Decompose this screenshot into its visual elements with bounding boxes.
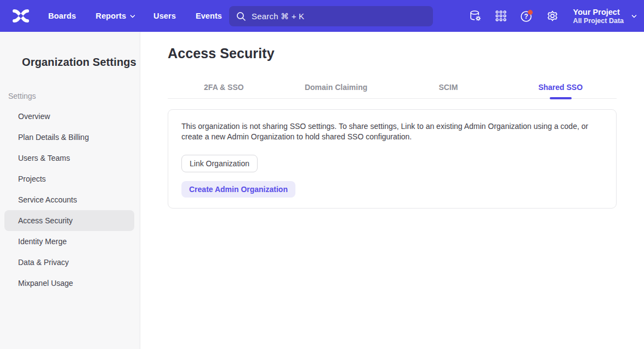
project-data-scope: All Project Data [573,17,624,25]
nav-boards[interactable]: Boards [48,12,76,20]
apps-grid-icon[interactable] [491,5,511,26]
link-organization-button[interactable]: Link Organization [181,155,258,172]
tab-shared-sso[interactable]: Shared SSO [504,76,617,98]
project-name: Your Project [573,7,624,17]
sidebar-item-identity-merge[interactable]: Identity Merge [4,231,134,252]
search-placeholder: Search ⌘ + K [252,12,304,21]
shared-sso-description: This organization is not sharing SSO set… [181,121,598,142]
create-admin-organization-button[interactable]: Create Admin Organization [181,181,295,198]
sidebar-menu: Overview Plan Details & Billing Users & … [0,106,140,294]
search-icon [236,12,246,21]
help-icon[interactable]: ? [516,5,537,26]
settings-sidebar: Organization Settings Settings Overview … [0,32,140,349]
shared-sso-card: This organization is not sharing SSO set… [168,109,617,209]
chevron-down-icon [631,13,637,18]
tab-scim[interactable]: SCIM [392,76,505,98]
project-switcher[interactable]: Your Project All Project Data [573,7,635,25]
sidebar-item-projects[interactable]: Projects [4,168,134,189]
data-management-icon[interactable] [465,5,486,26]
nav-users[interactable]: Users [153,12,176,20]
main-content: Access Security 2FA & SSO Domain Claimin… [140,32,644,349]
sidebar-item-overview[interactable]: Overview [4,106,134,127]
chevron-down-icon [130,13,135,18]
nav-events[interactable]: Events [196,12,222,20]
primary-nav-links: Boards Reports Users Events [48,12,222,20]
page-title: Access Security [168,46,617,61]
sidebar-item-mixpanel-usage[interactable]: Mixpanel Usage [4,273,134,294]
top-navigation: Boards Reports Users Events Search ⌘ + K [0,0,644,32]
search-input[interactable]: Search ⌘ + K [229,6,433,26]
svg-text:?: ? [524,13,528,20]
settings-gear-icon[interactable] [542,5,563,26]
sidebar-section-label: Settings [8,92,140,100]
nav-boards-label: Boards [48,12,76,20]
tab-domain-claiming[interactable]: Domain Claiming [280,76,392,98]
project-switcher-text: Your Project All Project Data [573,7,624,25]
sidebar-item-data-privacy[interactable]: Data & Privacy [4,252,134,273]
sidebar-item-users-teams[interactable]: Users & Teams [4,148,134,168]
mixpanel-logo-icon [12,8,30,24]
sidebar-item-service-accounts[interactable]: Service Accounts [4,189,134,210]
tab-2fa-sso[interactable]: 2FA & SSO [168,76,280,98]
sidebar-title: Organization Settings [22,56,140,69]
sidebar-item-plan-details-billing[interactable]: Plan Details & Billing [4,127,134,148]
notification-dot [528,10,533,15]
nav-users-label: Users [153,12,176,20]
nav-reports-label: Reports [96,12,127,20]
mixpanel-logo[interactable] [10,7,32,25]
nav-reports[interactable]: Reports [96,12,134,20]
topnav-right-controls: ? Your Project All Project Data [465,5,635,26]
sidebar-item-access-security[interactable]: Access Security [4,210,134,231]
access-security-tabs: 2FA & SSO Domain Claiming SCIM Shared SS… [168,76,617,99]
nav-events-label: Events [196,12,222,20]
